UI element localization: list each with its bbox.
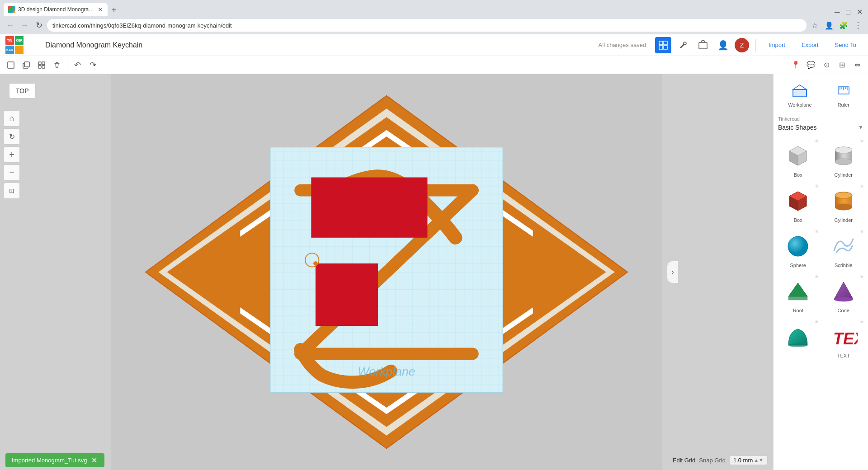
svg-rect-5	[699, 42, 707, 49]
group-tool-button[interactable]	[34, 58, 49, 72]
profile-button[interactable]: 👤	[823, 19, 835, 32]
app-title: Diamond Monogram Keychain	[45, 41, 595, 49]
category-dropdown[interactable]: Basic Shapes ▼	[774, 122, 868, 134]
cylinder-orange-icon	[827, 185, 860, 217]
grid-view-button[interactable]	[655, 37, 671, 53]
tools-button[interactable]	[675, 37, 691, 53]
back-button[interactable]: ←	[4, 19, 16, 32]
shape-box-grey-label: Box	[794, 172, 802, 178]
fit-view-button[interactable]: ⊡	[4, 183, 20, 199]
svg-point-66	[788, 343, 807, 347]
shape-cylinder-grey[interactable]: ★ Cylinder	[821, 136, 867, 181]
cone-icon	[827, 275, 860, 308]
maximize-button[interactable]: □	[844, 8, 852, 16]
svg-marker-35	[793, 85, 807, 89]
shape-roof-label: Roof	[793, 308, 803, 313]
import-button[interactable]: Import	[762, 38, 792, 52]
copy-icon	[22, 61, 30, 69]
svg-marker-64	[834, 282, 853, 299]
reload-button[interactable]: ↻	[33, 19, 45, 32]
align-button[interactable]: ⊞	[835, 58, 849, 72]
star-icon: ★	[859, 319, 864, 325]
svg-marker-63	[788, 283, 807, 300]
export-button[interactable]: Export	[795, 38, 825, 52]
svg-point-52	[835, 147, 852, 153]
undo-button[interactable]: ↶	[70, 58, 85, 72]
shape-paraboloid[interactable]: ★	[775, 317, 821, 362]
mirror-button[interactable]: ⇔	[850, 58, 864, 72]
share-button[interactable]	[695, 37, 711, 53]
menu-button[interactable]: ⋮	[852, 19, 864, 32]
zoom-in-button[interactable]: +	[4, 146, 20, 163]
paraboloid-icon	[782, 320, 814, 353]
svg-rect-14	[42, 66, 45, 68]
pin-button[interactable]: 📍	[788, 58, 803, 72]
browser-tab[interactable]: 3D design Diamond Monogram ... ✕	[4, 3, 108, 16]
snap-grid-value[interactable]: 1.0 mm ▲▼	[729, 456, 768, 465]
tab-title: 3D design Diamond Monogram ...	[18, 6, 95, 13]
home-view-button[interactable]: ⌂	[4, 110, 20, 127]
star-icon: ★	[859, 273, 864, 280]
shape-sphere-label: Sphere	[790, 263, 806, 268]
copy-tool-button[interactable]	[19, 58, 33, 72]
shape-box-grey[interactable]: ★ Box	[775, 136, 821, 181]
group-icon	[38, 61, 46, 69]
edit-grid-link[interactable]: Edit Grid	[673, 457, 696, 464]
shape-cylinder-grey-label: Cylinder	[835, 172, 853, 178]
select-tool-button[interactable]	[4, 58, 18, 72]
zoom-out-button[interactable]: −	[4, 164, 20, 181]
right-panel: Workplane Ruler	[773, 74, 868, 470]
menu-icon-button[interactable]	[27, 38, 42, 52]
shape-box-red[interactable]: ★ Box	[775, 181, 821, 226]
shape-cone-label: Cone	[838, 308, 849, 313]
svg-rect-13	[38, 66, 41, 68]
send-to-button[interactable]: Send To	[829, 38, 863, 52]
shape-roof[interactable]: ★ Roof	[775, 272, 821, 317]
star-icon: ★	[814, 228, 819, 235]
tab-favicon	[8, 6, 15, 13]
svg-rect-11	[38, 62, 41, 65]
tab-close-icon[interactable]: ✕	[98, 6, 103, 13]
shape-text[interactable]: ★ TEXT TEXT	[821, 317, 867, 362]
svg-point-32	[313, 261, 318, 266]
star-icon: ★	[814, 183, 819, 189]
redo-button[interactable]: ↷	[85, 58, 100, 72]
shape-scribble[interactable]: ★ Scribble	[821, 226, 867, 272]
box-grey-icon	[782, 140, 814, 172]
user-avatar[interactable]: Z	[735, 38, 749, 52]
extension-button[interactable]: 🧩	[837, 19, 850, 32]
ruler-tool[interactable]: Ruler	[827, 78, 860, 110]
workplane-tool[interactable]: Workplane	[782, 78, 818, 110]
delete-tool-button[interactable]	[50, 58, 64, 72]
panel-toggle-chevron[interactable]: ›	[667, 261, 678, 283]
svg-text:TEXT: TEXT	[833, 329, 858, 348]
new-tab-button[interactable]: +	[108, 4, 120, 16]
forward-button[interactable]: →	[18, 19, 31, 32]
close-button[interactable]: ✕	[855, 8, 864, 16]
shape-sphere[interactable]: ★ Sphere	[775, 226, 821, 272]
address-input[interactable]	[47, 19, 807, 32]
add-profile-button[interactable]: 👤	[715, 37, 731, 53]
comment-button[interactable]: 💬	[804, 58, 818, 72]
shape-cone[interactable]: ★ Cone	[821, 272, 867, 317]
shape-cylinder-orange[interactable]: ★ Cylinder	[821, 181, 867, 226]
box-red-icon	[782, 185, 814, 217]
cylinder-grey-icon	[827, 140, 860, 172]
bookmark-button[interactable]: ☆	[808, 19, 821, 32]
viewport[interactable]: TOP ⌂ ↻ + − ⊡	[0, 74, 773, 470]
canvas-svg: Workplane	[0, 74, 773, 470]
svg-point-65	[834, 297, 853, 301]
toast-close-button[interactable]: ✕	[90, 456, 98, 465]
top-view-label: TOP	[9, 83, 36, 99]
workplane-icon	[790, 80, 810, 100]
grid-icon	[658, 40, 668, 50]
snap-button[interactable]: ⊙	[819, 58, 834, 72]
svg-point-61	[788, 236, 808, 256]
minimize-button[interactable]: ─	[833, 8, 841, 16]
svg-text:Workplane: Workplane	[358, 365, 415, 378]
shape-text-label: TEXT	[837, 353, 850, 358]
svg-point-59	[835, 204, 852, 210]
workplane-tool-label: Workplane	[788, 102, 811, 108]
svg-rect-8	[8, 62, 14, 68]
orbit-button[interactable]: ↻	[4, 128, 20, 145]
